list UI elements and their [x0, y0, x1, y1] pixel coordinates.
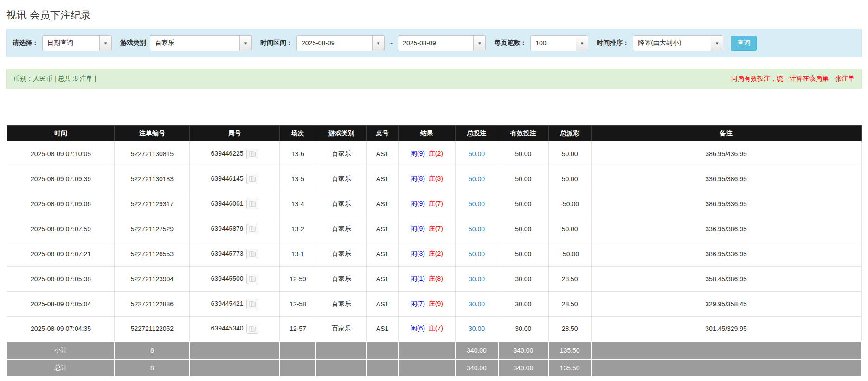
table-row: 2025-08-09 07:05:04 522721122886 6394454… [7, 292, 861, 317]
search-button[interactable]: 查询 [731, 36, 757, 51]
page-size-select[interactable]: 100 ▾ [530, 35, 588, 51]
table-row: 2025-08-09 07:05:38 522721123904 6394455… [7, 267, 861, 292]
date-range-separator: ~ [388, 39, 394, 47]
round-detail-icon[interactable] [246, 174, 258, 184]
table-no-cell: AS1 [366, 166, 398, 191]
result-banker: 庄(7) [429, 225, 443, 232]
grand-total-label: 总计 [7, 359, 115, 377]
round-cell: 639445773 [190, 241, 279, 267]
subtotal-label: 小计 [7, 342, 115, 359]
page-title: 视讯 会员下注纪录 [6, 5, 862, 29]
total-bet-link[interactable]: 50.00 [469, 175, 485, 183]
game-type-select[interactable]: 百家乐 ▾ [150, 35, 252, 51]
round-number: 639445340 [211, 324, 244, 332]
total-bet-cell: 30.00 [455, 292, 498, 317]
total-bet-cell: 50.00 [455, 216, 498, 241]
time-cell: 2025-08-09 07:05:04 [7, 292, 115, 317]
valid-bet-cell: 30.00 [498, 317, 549, 342]
bet-id-cell: 522721126553 [115, 241, 190, 267]
total-bet-link[interactable]: 30.00 [469, 300, 485, 308]
result-player: 闲(9) [411, 225, 425, 232]
col-header-payout: 总派彩 [548, 126, 591, 141]
round-detail-icon[interactable] [246, 274, 258, 284]
col-header-session: 场次 [279, 126, 316, 141]
empty-cell [316, 342, 366, 359]
col-header-valid-bet: 有效投注 [498, 126, 549, 141]
grand-total-total-bet: 340.00 [455, 359, 498, 377]
total-bet-link[interactable]: 50.00 [469, 150, 485, 158]
chevron-down-icon[interactable]: ▾ [576, 36, 588, 51]
sort-order-select[interactable]: 降幂(由大到小) ▾ [633, 35, 723, 51]
date-to-select[interactable]: 2025-08-09 ▾ [398, 35, 486, 51]
cards-icon [249, 201, 256, 207]
round-number: 639445773 [211, 249, 244, 257]
page-size-value: 100 [531, 36, 576, 51]
bet-id-cell: 522721122886 [115, 292, 190, 317]
game-type-cell: 百家乐 [316, 267, 366, 292]
total-bet-link[interactable]: 50.00 [469, 250, 485, 258]
total-bet-link[interactable]: 30.00 [469, 325, 485, 332]
date-to-value: 2025-08-09 [398, 36, 473, 51]
round-number: 639445500 [211, 274, 244, 282]
total-bet-cell: 30.00 [455, 267, 498, 292]
empty-cell [316, 359, 366, 377]
payout-cell: -50.00 [548, 191, 591, 216]
valid-bet-cell: 30.00 [498, 292, 549, 317]
round-cell: 639446061 [190, 191, 279, 216]
table-no-cell: AS1 [366, 292, 398, 317]
round-number: 639445879 [211, 224, 244, 232]
result-player: 闲(1) [411, 275, 425, 282]
result-banker: 庄(9) [429, 300, 443, 307]
chevron-down-icon[interactable]: ▾ [99, 36, 111, 51]
col-header-bet-id: 注单编号 [115, 126, 190, 141]
round-cell: 639446145 [190, 166, 279, 191]
round-detail-icon[interactable] [246, 224, 258, 234]
round-detail-icon[interactable] [246, 249, 258, 259]
payout-cell: 50.00 [548, 141, 591, 166]
date-from-value: 2025-08-09 [297, 36, 372, 51]
session-cell: 13-2 [279, 216, 316, 241]
payout-cell: 50.00 [548, 216, 591, 241]
chevron-down-icon[interactable]: ▾ [372, 36, 384, 51]
col-header-time: 时间 [7, 126, 115, 141]
round-detail-icon[interactable] [246, 324, 258, 334]
round-detail-icon[interactable] [246, 199, 258, 209]
total-bet-link[interactable]: 30.00 [469, 275, 485, 283]
round-cell: 639445500 [190, 267, 279, 292]
grand-total-row: 总计 8 340.00 340.00 135.50 [7, 359, 861, 377]
chevron-down-icon[interactable]: ▾ [239, 36, 251, 51]
time-cell: 2025-08-09 07:07:59 [7, 216, 115, 241]
time-range-label: 时间区间： [260, 39, 293, 47]
date-from-select[interactable]: 2025-08-09 ▾ [296, 35, 385, 51]
game-type-cell: 百家乐 [316, 141, 366, 166]
note-cell: 336.95/386.95 [591, 216, 861, 241]
bets-table: 时间 注单编号 局号 场次 游戏类别 桌号 结果 总投注 有效投注 总派彩 备注… [6, 125, 862, 377]
date-mode-select[interactable]: 日期查询 ▾ [42, 35, 112, 51]
round-detail-icon[interactable] [246, 149, 258, 159]
total-bet-link[interactable]: 50.00 [469, 225, 485, 233]
round-number: 639446145 [211, 174, 244, 182]
game-type-cell: 百家乐 [316, 241, 366, 267]
result-banker: 庄(2) [429, 150, 443, 157]
bet-id-cell: 522721129317 [115, 191, 190, 216]
bet-id-cell: 522721122052 [115, 317, 190, 342]
chevron-down-icon[interactable]: ▾ [473, 36, 485, 51]
table-body: 2025-08-09 07:10:05 522721130815 6394462… [7, 141, 861, 342]
session-cell: 13-6 [279, 141, 316, 166]
total-bet-link[interactable]: 50.00 [469, 200, 485, 208]
result-player: 闲(9) [411, 150, 425, 157]
table-no-cell: AS1 [366, 317, 398, 342]
header-row: 时间 注单编号 局号 场次 游戏类别 桌号 结果 总投注 有效投注 总派彩 备注 [7, 126, 861, 141]
empty-cell [190, 342, 279, 359]
time-cell: 2025-08-09 07:10:05 [7, 141, 115, 166]
chevron-down-icon[interactable]: ▾ [711, 36, 723, 51]
table-no-cell: AS1 [366, 141, 398, 166]
total-bet-cell: 50.00 [455, 166, 498, 191]
time-cell: 2025-08-09 07:04:35 [7, 317, 115, 342]
grand-total-valid-bet: 340.00 [498, 359, 549, 377]
total-bet-cell: 50.00 [455, 191, 498, 216]
grand-total-payout: 135.50 [548, 359, 591, 377]
result-cell: 闲(1) 庄(8) [398, 267, 455, 292]
round-detail-icon[interactable] [246, 299, 258, 309]
result-player: 闲(6) [411, 324, 425, 332]
